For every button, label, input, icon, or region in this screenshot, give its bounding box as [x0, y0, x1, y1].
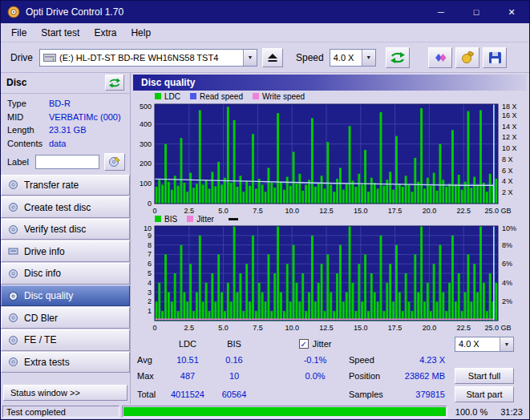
statusbar: Test completed 100.0 % 31:23 — [1, 404, 529, 419]
svg-text:10 X: 10 X — [502, 144, 517, 152]
speed-select-bottom[interactable]: 4.0 X ▼ — [455, 337, 514, 352]
app-icon — [7, 6, 20, 18]
create-test-disc-icon — [8, 202, 18, 212]
sidebar-item-label: Extra tests — [24, 357, 70, 368]
sidebar-item-disc-quality[interactable]: Disc quality — [1, 285, 130, 307]
start-full-button[interactable]: Start full — [455, 368, 514, 384]
svg-text:25.0 GB: 25.0 GB — [484, 207, 511, 214]
sidebar-item-verify-test-disc[interactable]: Verify test disc — [1, 219, 130, 240]
chevron-down-icon[interactable]: ▼ — [362, 50, 375, 66]
erase-disc-button[interactable] — [428, 47, 452, 68]
chevron-down-icon[interactable]: ▼ — [243, 50, 257, 66]
sidebar-item-label: Disc quality — [24, 290, 73, 301]
sidebar-item-transfer-rate[interactable]: Transfer rate — [1, 175, 130, 196]
speed-result-label: Speed — [349, 355, 392, 365]
start-part-button[interactable]: Start part — [455, 386, 514, 402]
svg-text:3: 3 — [148, 289, 152, 297]
svg-text:14 X: 14 X — [502, 122, 517, 130]
total-bis: 60564 — [212, 390, 256, 399]
sidebar-item-fe-te[interactable]: FE / TE — [1, 329, 130, 351]
menu-extra[interactable]: Extra — [87, 25, 123, 41]
bis-column-header: BIS — [212, 339, 256, 349]
max-jitter: 0.0% — [283, 371, 347, 381]
svg-text:6: 6 — [148, 260, 152, 269]
legend-top: LDC Read speed Write speed — [155, 91, 529, 103]
menu-help[interactable]: Help — [123, 25, 158, 41]
speed-value: 4.0 X — [330, 53, 362, 63]
svg-text:0: 0 — [152, 324, 156, 332]
legend-label: Jitter — [196, 215, 214, 224]
total-ldc: 4011524 — [163, 390, 212, 399]
refresh-icon — [108, 78, 121, 88]
svg-text:200: 200 — [140, 160, 152, 168]
chevron-down-icon[interactable]: ▼ — [500, 337, 513, 351]
total-row: Total 4011524 60564 Samples 379815 Start… — [131, 386, 529, 404]
svg-text:2.5: 2.5 — [184, 324, 195, 332]
label-input[interactable] — [35, 155, 99, 169]
svg-text:22.5: 22.5 — [456, 207, 471, 214]
sidebar-item-create-test-disc[interactable]: Create test disc — [1, 196, 130, 218]
svg-text:8 X: 8 X — [502, 155, 513, 164]
clean-drive-button[interactable] — [455, 47, 479, 68]
refresh-button[interactable] — [386, 47, 410, 68]
menu-file[interactable]: File — [4, 25, 34, 41]
disc-field-contents: Contents data — [1, 137, 130, 151]
status-text: Test completed — [2, 406, 119, 418]
field-value: 23.31 GB — [49, 125, 86, 135]
minimize-button[interactable]: ─ — [423, 1, 459, 23]
svg-text:15.0: 15.0 — [354, 324, 368, 332]
field-value[interactable]: data — [49, 139, 66, 148]
samples-value: 379815 — [392, 390, 448, 399]
svg-text:5.0: 5.0 — [218, 207, 229, 214]
label-label: Label — [7, 157, 29, 167]
avg-ldc: 10.51 — [163, 355, 212, 365]
sidebar-item-drive-info[interactable]: Drive info — [1, 240, 130, 262]
status-window-button[interactable]: Status window >> — [3, 385, 127, 401]
sidebar-item-cd-bler[interactable]: CD Bler — [1, 307, 130, 329]
eject-button[interactable] — [262, 48, 283, 67]
svg-text:2%: 2% — [502, 298, 512, 306]
ldc-column-header: LDC — [163, 339, 212, 349]
svg-text:2: 2 — [148, 298, 152, 306]
sidebar-item-disc-info[interactable]: Disc info — [1, 263, 130, 285]
svg-text:12 X: 12 X — [502, 133, 517, 141]
erase-disc-icon — [432, 51, 448, 64]
read-label-button[interactable] — [104, 153, 125, 171]
drive-select[interactable]: (E:) HL-DT-ST BD-RE WH16NS58 TST4 ▼ — [39, 49, 257, 67]
drive-label: Drive — [10, 52, 33, 63]
svg-text:15.0: 15.0 — [354, 207, 368, 214]
position-value: 23862 MB — [392, 371, 448, 381]
save-button[interactable] — [483, 47, 507, 68]
svg-text:5: 5 — [148, 269, 152, 277]
sidebar-item-extra-tests[interactable]: Extra tests — [1, 352, 130, 374]
drive-icon — [43, 53, 56, 63]
sidebar-item-label: CD Bler — [24, 313, 58, 324]
disc-field-type: Type BD-R — [1, 97, 130, 111]
close-button[interactable]: ✕ — [494, 1, 529, 23]
menu-start-test[interactable]: Start test — [34, 25, 87, 41]
row-label: Max — [131, 371, 163, 381]
svg-text:300: 300 — [140, 139, 152, 147]
maximize-button[interactable]: □ — [459, 1, 494, 23]
field-label: Type — [7, 99, 49, 108]
speed-select[interactable]: 4.0 X ▼ — [330, 49, 376, 67]
svg-text:4 X: 4 X — [502, 177, 513, 185]
jitter-checkbox-label: Jitter — [313, 339, 332, 349]
svg-text:6%: 6% — [502, 260, 512, 269]
sidebar-item-label: Disc info — [24, 268, 61, 279]
window-title: Opti Drive Control 1.70 — [26, 6, 423, 18]
svg-text:22.5: 22.5 — [456, 324, 471, 332]
jitter-checkbox[interactable]: ✓ — [299, 339, 309, 349]
svg-text:7: 7 — [148, 251, 152, 259]
svg-text:18 X: 18 X — [502, 103, 517, 111]
bis-chart: 1098765432102.55.07.510.012.515.017.520.… — [131, 224, 529, 333]
max-row: Max 487 10 0.0% Position 23862 MB Start … — [131, 367, 529, 386]
field-label: Length — [7, 125, 49, 135]
disc-refresh-button[interactable] — [105, 75, 124, 91]
sidebar-item-label: Drive info — [24, 246, 65, 257]
extra-tests-icon — [8, 357, 18, 367]
legend-bottom: BIS Jitter — [155, 213, 529, 224]
disc-info-icon — [8, 269, 18, 279]
svg-text:7.5: 7.5 — [253, 207, 263, 214]
speed-value: 4.0 X — [455, 339, 500, 349]
